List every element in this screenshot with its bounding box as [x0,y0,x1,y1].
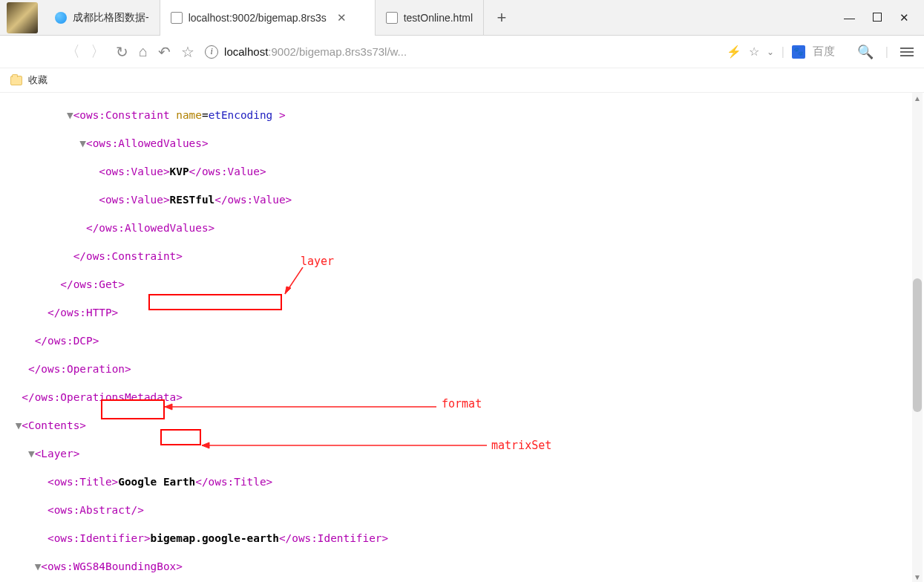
home-button[interactable]: ⌂ [139,43,148,60]
search-engine-icon[interactable]: 🐾 [792,45,805,59]
tab-1[interactable]: localhost:9002/bigemap.8rs3s ✕ [160,0,376,36]
new-tab-button[interactable]: + [484,8,520,27]
flash-icon[interactable]: ⚡ [727,45,741,59]
folder-icon [10,76,22,85]
vertical-scrollbar[interactable]: ▲ ▼ [912,93,923,582]
page-content-wrap: ▼<ows:Constraint name=etEncoding > ▼<ows… [0,93,924,582]
tab-0[interactable]: 成都比格图数据- [45,0,160,36]
star-icon[interactable]: ☆ [749,45,759,59]
browser-tab-bar: 成都比格图数据- localhost:9002/bigemap.8rs3s ✕ … [0,0,924,36]
address-right-icons: ⚡ ☆ ⌄ | 🐾 百度 [727,45,835,59]
scroll-thumb[interactable] [913,278,922,412]
minimize-button[interactable]: — [844,11,855,24]
maximize-button[interactable] [873,11,882,24]
search-icon[interactable]: 🔍 [857,44,874,60]
tab-2[interactable]: testOnline.html [376,0,484,36]
xml-viewer[interactable]: ▼<ows:Constraint name=etEncoding > ▼<ows… [0,93,924,582]
browser-logo-icon [55,12,67,24]
scroll-down-button[interactable]: ▼ [912,572,923,582]
tab-label: 成都比格图数据- [73,11,149,24]
chevron-down-icon[interactable]: ⌄ [767,47,774,57]
window-controls: — ✕ [844,11,924,24]
profile-avatar[interactable] [0,0,45,36]
close-icon[interactable]: ✕ [337,11,347,24]
url-input[interactable]: i localhost:9002/bigemap.8rs3s73l/w... [205,45,716,59]
url-text: localhost:9002/bigemap.8rs3s73l/w... [224,45,407,58]
close-window-button[interactable]: ✕ [900,11,909,24]
hamburger-menu-icon[interactable] [900,48,914,56]
bookmark-bar: 收藏 [0,68,924,93]
page-icon [386,12,398,24]
address-bar: 〈 〉 ↻ ⌂ ↶ ☆ i localhost:9002/bigemap.8rs… [0,36,924,68]
scroll-up-button[interactable]: ▲ [912,93,923,103]
bookmark-folder-label[interactable]: 收藏 [28,73,47,87]
site-info-icon[interactable]: i [205,45,218,59]
favorite-button[interactable]: ☆ [181,43,194,61]
search-placeholder[interactable]: 百度 [813,45,835,59]
undo-button[interactable]: ↶ [158,43,171,61]
forward-button[interactable]: 〉 [91,42,105,62]
back-button[interactable]: 〈 [65,42,80,62]
tab-label: localhost:9002/bigemap.8rs3s [189,12,327,24]
reload-button[interactable]: ↻ [116,43,128,61]
page-icon [171,12,183,24]
tab-label: testOnline.html [404,12,473,24]
